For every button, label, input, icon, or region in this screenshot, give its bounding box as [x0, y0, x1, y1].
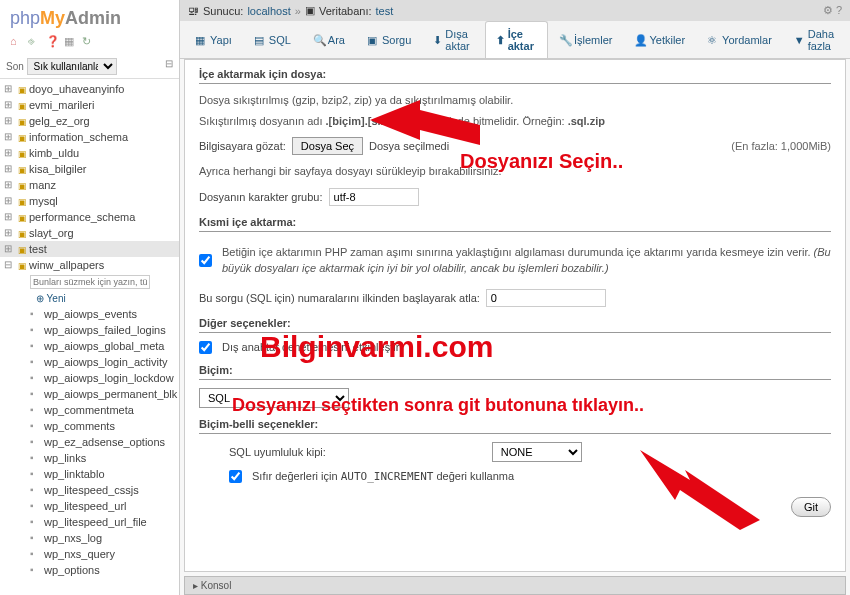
tabs: ▦Yapı ▤SQL 🔍Ara ▣Sorgu ⬇Dışa aktar ⬆İçe …: [180, 21, 850, 59]
db-item[interactable]: ▣manz: [0, 177, 179, 193]
priv-icon: 👤: [634, 34, 646, 46]
sidebar: phpMyAdmin ⌂ ⎆ ❓ ▦ ↻ Son Sık kullanılanl…: [0, 0, 180, 595]
format-section-header: Biçim:: [199, 364, 831, 380]
table-item[interactable]: wp_comments: [0, 418, 179, 434]
naming-hint: Sıkıştırılmış dosyanın adı .[biçim].[sık…: [199, 113, 831, 130]
tab-more[interactable]: ▼ Daha fazla: [783, 21, 846, 58]
tab-export[interactable]: ⬇Dışa aktar: [422, 21, 484, 58]
routines-icon: ⚛: [707, 34, 719, 46]
tab-sql[interactable]: ▤SQL: [243, 21, 302, 58]
server-label: Sunucu:: [203, 5, 243, 17]
main-panel: 🖳 Sunucu: localhost » ▣ Veritabanı: test…: [180, 0, 850, 595]
browse-label: Bilgisayara gözat:: [199, 140, 286, 152]
ops-icon: 🔧: [559, 34, 571, 46]
reload-icon[interactable]: ↻: [82, 35, 96, 49]
format-select[interactable]: SQL: [199, 388, 349, 408]
server-link[interactable]: localhost: [247, 5, 290, 17]
more-caret-icon: ▼: [794, 34, 805, 46]
table-item[interactable]: wp_links: [0, 450, 179, 466]
compat-label: SQL uyumluluk kipi:: [229, 446, 326, 458]
charset-input[interactable]: [329, 188, 419, 206]
tab-query[interactable]: ▣Sorgu: [356, 21, 422, 58]
tab-operations[interactable]: 🔧İşlemler: [548, 21, 624, 58]
tab-routines[interactable]: ⚛Yordamlar: [696, 21, 783, 58]
table-item[interactable]: wp_aiowps_failed_logins: [0, 322, 179, 338]
db-item[interactable]: ▣evmi_marileri: [0, 97, 179, 113]
format-opts-header: Biçim-belli seçenekler:: [199, 418, 831, 434]
sql-icon: ▤: [254, 34, 266, 46]
go-button[interactable]: Git: [791, 497, 831, 517]
table-item[interactable]: wp_commentmeta: [0, 402, 179, 418]
settings-icon[interactable]: ⚙: [823, 4, 833, 16]
breadcrumb: 🖳 Sunucu: localhost » ▣ Veritabanı: test…: [180, 0, 850, 21]
favorites-select[interactable]: Sık kullanılanlar: [27, 58, 117, 75]
query-icon: ▣: [367, 34, 379, 46]
table-item[interactable]: wp_options: [0, 562, 179, 578]
db-item[interactable]: ▣doyo_uhaveanyinfo: [0, 81, 179, 97]
compress-hint: Dosya sıkıştırılmış (gzip, bzip2, zip) y…: [199, 92, 831, 109]
table-item[interactable]: wp_nxs_query: [0, 546, 179, 562]
table-item[interactable]: wp_litespeed_cssjs: [0, 482, 179, 498]
db-tree: ▣doyo_uhaveanyinfo ▣evmi_marileri ▣gelg_…: [0, 79, 179, 580]
compat-select[interactable]: NONE: [492, 442, 582, 462]
table-item[interactable]: wp_linktablo: [0, 466, 179, 482]
export-icon: ⬇: [433, 34, 442, 46]
db-icon: ▣: [305, 4, 315, 17]
db-item-test[interactable]: ▣test: [0, 241, 179, 257]
autoinc-checkbox[interactable]: [229, 470, 242, 483]
table-item[interactable]: wp_aiowps_login_lockdow: [0, 370, 179, 386]
fk-check-checkbox[interactable]: [199, 341, 212, 354]
db-item[interactable]: ▣information_schema: [0, 129, 179, 145]
table-item[interactable]: wp_aiowps_global_meta: [0, 338, 179, 354]
tab-import[interactable]: ⬆İçe aktar: [485, 21, 548, 58]
new-table-link[interactable]: ⊕ Yeni: [0, 291, 179, 306]
sql-icon[interactable]: ▦: [64, 35, 78, 49]
table-item[interactable]: wp_aiowps_permanent_blk: [0, 386, 179, 402]
table-item[interactable]: wp_litespeed_url: [0, 498, 179, 514]
db-item-winw[interactable]: ▣winw_allpapers: [0, 257, 179, 273]
db-link[interactable]: test: [376, 5, 394, 17]
skip-queries-input[interactable]: [486, 289, 606, 307]
file-section-header: İçe aktarmak için dosya:: [199, 68, 831, 84]
import-form: İçe aktarmak için dosya: Dosya sıkıştırı…: [184, 59, 846, 572]
allow-interrupt-checkbox[interactable]: [199, 254, 212, 267]
max-size: (En fazla: 1,000MiB): [731, 140, 831, 152]
interrupt-label: Betiğin içe aktarımın PHP zaman aşımı sı…: [222, 244, 831, 277]
tab-search[interactable]: 🔍Ara: [302, 21, 356, 58]
help-icon[interactable]: ?: [836, 4, 842, 16]
skip-label: Bu sorgu (SQL için) numaralarını ilkinde…: [199, 292, 480, 304]
fk-check-label: Dış anahtar denetlemesini etkinleştir: [222, 341, 399, 353]
table-item[interactable]: wp_nxs_log: [0, 530, 179, 546]
docs-icon[interactable]: ❓: [46, 35, 60, 49]
partial-section-header: Kısmi içe aktarma:: [199, 216, 831, 232]
table-item[interactable]: wp_aiowps_events: [0, 306, 179, 322]
tab-privileges[interactable]: 👤Yetkiler: [623, 21, 696, 58]
db-item[interactable]: ▣slayt_org: [0, 225, 179, 241]
logo: phpMyAdmin: [0, 0, 179, 33]
db-item[interactable]: ▣mysql: [0, 193, 179, 209]
table-item[interactable]: wp_aiowps_login_activity: [0, 354, 179, 370]
file-chosen-text: Dosya seçilmedi: [369, 140, 449, 152]
db-item[interactable]: ▣performance_schema: [0, 209, 179, 225]
collapse-icon[interactable]: ⊟: [165, 58, 173, 69]
home-icon[interactable]: ⌂: [10, 35, 24, 49]
logout-icon[interactable]: ⎆: [28, 35, 42, 49]
tab-structure[interactable]: ▦Yapı: [184, 21, 243, 58]
other-section-header: Diğer seçenekler:: [199, 317, 831, 333]
recent-bar: Son Sık kullanılanlar ⊟: [0, 55, 179, 79]
table-item[interactable]: wp_litespeed_url_file: [0, 514, 179, 530]
structure-icon: ▦: [195, 34, 207, 46]
db-label: Veritabanı:: [319, 5, 372, 17]
charset-label: Dosyanın karakter grubu:: [199, 191, 323, 203]
server-icon: 🖳: [188, 5, 199, 17]
autoinc-label: Sıfır değerleri için AUTO_INCREMENT değe…: [252, 470, 514, 483]
logo-toolbar: ⌂ ⎆ ❓ ▦ ↻: [0, 33, 179, 55]
table-item[interactable]: wp_ez_adsense_options: [0, 434, 179, 450]
db-item[interactable]: ▣kimb_uldu: [0, 145, 179, 161]
table-filter-input[interactable]: [30, 275, 150, 289]
db-item[interactable]: ▣kisa_bilgiler: [0, 161, 179, 177]
choose-file-button[interactable]: Dosya Seç: [292, 137, 363, 155]
db-item[interactable]: ▣gelg_ez_org: [0, 113, 179, 129]
drag-hint: Ayrıca herhangi bir sayfaya dosyayı sürü…: [199, 163, 831, 180]
console-bar[interactable]: ▸ Konsol: [184, 576, 846, 595]
